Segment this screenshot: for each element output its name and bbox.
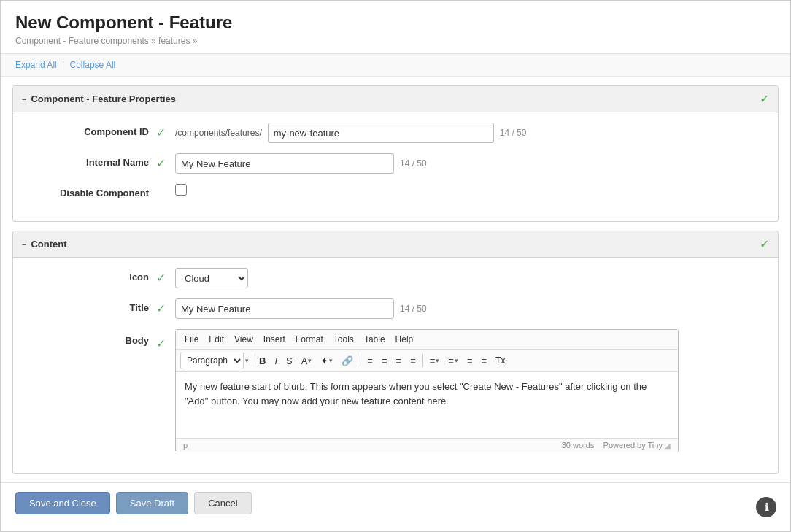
properties-form-body: Component ID ✓ /components/features/ 14 …	[13, 112, 778, 221]
title-row: Title ✓ 14 / 50	[13, 298, 778, 319]
strikethrough-button[interactable]: S	[282, 353, 296, 369]
internal-name-row: Internal Name ✓ 14 / 50	[13, 153, 778, 174]
toolbar-sep-1	[252, 354, 252, 367]
menu-table[interactable]: Table	[360, 332, 390, 347]
disable-component-row: Disable Component ✓	[13, 184, 778, 201]
title-check: ✓	[156, 301, 169, 315]
outdent-button[interactable]: ≡	[463, 353, 476, 369]
body-check: ✓	[156, 332, 169, 350]
menu-tools[interactable]: Tools	[329, 332, 358, 347]
resize-handle[interactable]: ◢	[665, 442, 671, 450]
save-draft-button[interactable]: Save Draft	[116, 492, 188, 514]
internal-name-check: ✓	[156, 156, 169, 170]
info-icon[interactable]: ℹ	[756, 497, 776, 517]
body-field-content: File Edit View Insert Format Tools Table…	[175, 329, 766, 452]
content-section: − Content ✓ Icon ✓ Cloud Star Home Setti…	[12, 231, 779, 474]
component-id-field-content: /components/features/ 14 / 50	[175, 123, 766, 143]
properties-section-header: − Component - Feature Properties ✓	[13, 86, 778, 112]
editor-toolbar: Paragraph Heading 1 Heading 2 ▾ B I S A▾…	[176, 350, 678, 372]
properties-toggle[interactable]: −	[22, 95, 26, 104]
properties-section: − Component - Feature Properties ✓ Compo…	[12, 85, 779, 222]
title-char-count: 14 / 50	[400, 304, 427, 314]
component-id-prefix: /components/features/	[175, 128, 262, 138]
title-input[interactable]	[175, 298, 394, 319]
content-form-body: Icon ✓ Cloud Star Home Settings Title ✓	[13, 258, 778, 473]
menu-help[interactable]: Help	[391, 332, 418, 347]
justify-button[interactable]: ≡	[406, 353, 420, 369]
cancel-button[interactable]: Cancel	[194, 492, 251, 514]
editor-word-count: 30 words	[562, 441, 595, 450]
separator: |	[62, 60, 64, 70]
content-header-left: − Content	[22, 239, 67, 250]
breadcrumb: Component - Feature components » feature…	[15, 36, 776, 46]
component-id-label: Component ID	[25, 123, 156, 137]
expand-collapse-bar: Expand All | Collapse All	[1, 54, 790, 77]
editor-statusbar: p 30 words Powered by Tiny ◢	[176, 438, 678, 452]
editor-powered-by: Powered by Tiny	[603, 441, 663, 450]
internal-name-label: Internal Name	[25, 153, 156, 168]
editor-wrapper: File Edit View Insert Format Tools Table…	[175, 329, 679, 452]
link-button[interactable]: 🔗	[338, 353, 357, 369]
internal-name-field-content: 14 / 50	[175, 153, 766, 174]
editor-meta: 30 words Powered by Tiny ◢	[562, 441, 671, 450]
menu-format[interactable]: Format	[291, 332, 328, 347]
page-header: New Component - Feature Component - Feat…	[1, 1, 790, 54]
italic-button[interactable]: I	[271, 353, 281, 369]
unordered-list-button[interactable]: ≡▾	[444, 353, 462, 369]
section-header-left: − Component - Feature Properties	[22, 93, 176, 104]
component-id-input[interactable]	[268, 123, 494, 143]
editor-tag: p	[183, 441, 188, 450]
paragraph-arrow: ▾	[245, 357, 249, 364]
component-id-char-count: 14 / 50	[500, 128, 527, 138]
expand-all-link[interactable]: Expand All	[15, 60, 57, 70]
save-close-button[interactable]: Save and Close	[15, 492, 110, 514]
content-section-title: Content	[31, 239, 66, 250]
title-label: Title	[25, 298, 156, 313]
editor-content-area[interactable]: My new feature start of blurb. This form…	[176, 372, 678, 438]
menu-edit[interactable]: Edit	[204, 332, 228, 347]
editor-menubar: File Edit View Insert Format Tools Table…	[176, 330, 678, 350]
toolbar-sep-2	[360, 354, 360, 367]
internal-name-input[interactable]	[175, 153, 394, 174]
body-label: Body	[25, 329, 156, 346]
font-color-button[interactable]: A▾	[298, 353, 316, 369]
bold-button[interactable]: B	[255, 353, 269, 369]
align-left-button[interactable]: ≡	[363, 353, 377, 369]
disable-component-field-content	[175, 184, 766, 196]
internal-name-char-count: 14 / 50	[400, 158, 427, 169]
properties-section-check: ✓	[760, 92, 769, 106]
ordered-list-button[interactable]: ≡▾	[426, 353, 444, 369]
menu-view[interactable]: View	[230, 332, 258, 347]
collapse-all-link[interactable]: Collapse All	[70, 60, 116, 70]
toolbar-sep-3	[422, 354, 423, 367]
menu-insert[interactable]: Insert	[259, 332, 290, 347]
align-right-button[interactable]: ≡	[393, 353, 406, 369]
page-wrapper: New Component - Feature Component - Feat…	[0, 0, 791, 532]
icon-label: Icon	[25, 268, 156, 282]
title-field-content: 14 / 50	[175, 298, 766, 319]
highlight-button[interactable]: ✦▾	[317, 353, 336, 369]
component-id-check: ✓	[156, 126, 169, 139]
menu-file[interactable]: File	[180, 332, 203, 347]
icon-field-content: Cloud Star Home Settings	[175, 268, 766, 288]
icon-row: Icon ✓ Cloud Star Home Settings	[13, 268, 778, 288]
disable-component-label: Disable Component	[25, 184, 156, 198]
content-toggle[interactable]: −	[22, 240, 26, 249]
body-row: Body ✓ File Edit View Insert Format Tool…	[13, 329, 778, 452]
clear-format-button[interactable]: Tx	[492, 353, 509, 368]
icon-select[interactable]: Cloud Star Home Settings	[175, 268, 248, 288]
paragraph-select[interactable]: Paragraph Heading 1 Heading 2	[180, 352, 244, 369]
content-section-header: − Content ✓	[13, 231, 778, 258]
align-center-button[interactable]: ≡	[378, 353, 391, 369]
content-section-check: ✓	[760, 237, 769, 251]
indent-button[interactable]: ≡	[478, 353, 491, 369]
component-id-row: Component ID ✓ /components/features/ 14 …	[13, 123, 778, 143]
icon-check: ✓	[156, 271, 169, 285]
properties-section-title: Component - Feature Properties	[31, 93, 176, 104]
disable-component-checkbox[interactable]	[175, 184, 187, 196]
page-title: New Component - Feature	[15, 12, 776, 33]
footer-bar: Save and Close Save Draft Cancel	[1, 482, 790, 523]
